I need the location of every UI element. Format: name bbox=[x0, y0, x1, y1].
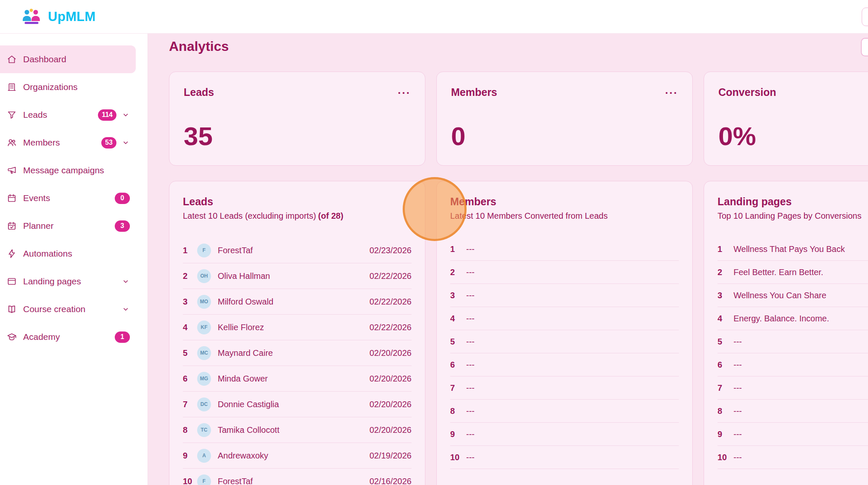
member-row[interactable]: 2 --- bbox=[450, 261, 679, 284]
lead-row[interactable]: 3 MO Milford Oswald 02/22/2026 bbox=[183, 289, 412, 315]
sidebar-item[interactable]: Course creation bbox=[0, 295, 136, 323]
card-menu-button[interactable]: ... bbox=[398, 86, 411, 92]
member-rank: 3 bbox=[450, 291, 466, 300]
chevron-down-icon bbox=[121, 138, 130, 147]
sidebar-item[interactable]: Planner 3 bbox=[0, 212, 136, 240]
stat-card-value: 0 bbox=[451, 121, 678, 151]
sidebar-item[interactable]: Organizations bbox=[0, 73, 136, 101]
lead-rank: 9 bbox=[183, 451, 195, 461]
members-rows: 1 --- 2 --- 3 --- bbox=[450, 238, 679, 469]
member-name: --- bbox=[466, 383, 475, 393]
member-row[interactable]: 1 --- bbox=[450, 238, 679, 261]
sidebar-item-label: Automations bbox=[23, 249, 130, 259]
landing-pages-subtitle: Top 10 Landing Pages by Conversions bbox=[718, 211, 868, 221]
landing-page-row[interactable]: 2 Feel Better. Earn Better. bbox=[718, 261, 868, 284]
leads-rows: 1 F ForestTaf 02/23/2026 2 OH Oliva Hall… bbox=[183, 238, 412, 485]
lead-date: 02/22/2026 bbox=[369, 323, 412, 332]
lead-name: Maynard Caire bbox=[218, 348, 273, 358]
member-row[interactable]: 4 --- bbox=[450, 307, 679, 330]
landing-page-rank: 3 bbox=[718, 291, 733, 300]
member-row[interactable]: 3 --- bbox=[450, 284, 679, 307]
brand-name: UpMLM bbox=[48, 9, 95, 24]
landing-page-row[interactable]: 6 --- bbox=[718, 353, 868, 376]
landing-page-row[interactable]: 4 Energy. Balance. Income. bbox=[718, 307, 868, 330]
sidebar-item-label: Members bbox=[23, 138, 97, 148]
landing-page-row[interactable]: 1 Wellness That Pays You Back bbox=[718, 238, 868, 261]
member-row[interactable]: 9 --- bbox=[450, 423, 679, 446]
avatar-initials: TC bbox=[201, 427, 208, 433]
avatar-initials: MO bbox=[200, 299, 208, 305]
lead-rank: 1 bbox=[183, 246, 195, 255]
member-name: --- bbox=[466, 314, 475, 323]
landing-pages-title: Landing pages bbox=[718, 196, 868, 208]
sidebar-item[interactable]: Landing pages bbox=[0, 268, 136, 295]
lead-row[interactable]: 1 F ForestTaf 02/23/2026 bbox=[183, 238, 412, 263]
landing-page-rank: 1 bbox=[718, 244, 733, 254]
lead-row[interactable]: 6 MG Minda Gower 02/20/2026 bbox=[183, 366, 412, 392]
sidebar-item-icon bbox=[7, 110, 17, 120]
member-rank: 1 bbox=[450, 244, 466, 254]
card-menu-button[interactable]: ... bbox=[665, 86, 678, 92]
lead-rank: 6 bbox=[183, 374, 195, 384]
landing-page-row[interactable]: 8 --- bbox=[718, 400, 868, 423]
lead-rank: 5 bbox=[183, 348, 195, 358]
sidebar-item[interactable]: Dashboard bbox=[0, 45, 136, 73]
lead-row[interactable]: 7 DC Donnie Castiglia 02/20/2026 bbox=[183, 392, 412, 417]
landing-page-row[interactable]: 10 --- bbox=[718, 446, 868, 469]
lead-row[interactable]: 8 TC Tamika Collocott 02/20/2026 bbox=[183, 417, 412, 443]
member-row[interactable]: 5 --- bbox=[450, 330, 679, 353]
lead-row[interactable]: 4 KF Kellie Florez 02/22/2026 bbox=[183, 315, 412, 340]
avatar-initials: F bbox=[203, 478, 206, 484]
landing-page-rank: 10 bbox=[718, 453, 733, 462]
brand[interactable]: UpMLM bbox=[20, 8, 95, 26]
landing-page-rank: 8 bbox=[718, 406, 733, 416]
landing-page-row[interactable]: 3 Wellness You Can Share bbox=[718, 284, 868, 307]
landing-page-row[interactable]: 5 --- bbox=[718, 330, 868, 353]
brand-logo-icon bbox=[20, 8, 43, 26]
sidebar-item-badge: 1 bbox=[115, 331, 130, 343]
lead-date: 02/19/2026 bbox=[369, 451, 412, 461]
avatar: MC bbox=[197, 346, 211, 360]
lead-row[interactable]: 10 F ForestTaf 02/16/2026 bbox=[183, 469, 412, 485]
member-name: --- bbox=[466, 406, 475, 416]
member-rank: 9 bbox=[450, 429, 466, 439]
lead-name: Donnie Castiglia bbox=[218, 400, 279, 409]
landing-page-name: --- bbox=[733, 406, 742, 416]
lead-row[interactable]: 5 MC Maynard Caire 02/20/2026 bbox=[183, 340, 412, 366]
member-row[interactable]: 10 --- bbox=[450, 446, 679, 469]
sidebar-item-icon bbox=[7, 221, 17, 231]
sidebar-item[interactable]: Events 0 bbox=[0, 184, 136, 212]
member-name: --- bbox=[466, 291, 475, 300]
lead-row[interactable]: 9 A Andrewaxoky 02/19/2026 bbox=[183, 443, 412, 469]
avatar-initials: OH bbox=[201, 273, 208, 279]
theme-selector[interactable]: Pink bbox=[862, 8, 868, 26]
member-row[interactable]: 6 --- bbox=[450, 353, 679, 376]
sidebar-item[interactable]: Members 53 bbox=[0, 129, 136, 156]
avatar: DC bbox=[197, 398, 211, 411]
sidebar-item[interactable]: Leads 114 bbox=[0, 101, 136, 129]
member-row[interactable]: 7 --- bbox=[450, 376, 679, 400]
main-head: Analytics Last 30 days 01/25/20 bbox=[169, 39, 868, 57]
landing-page-name: --- bbox=[733, 453, 742, 462]
sidebar-item[interactable]: Academy 1 bbox=[0, 323, 136, 351]
avatar-initials: DC bbox=[201, 401, 208, 407]
sidebar-item-label: Message campaigns bbox=[23, 165, 130, 175]
date-range-filter[interactable]: Last 30 days 01/25/20 bbox=[861, 38, 868, 56]
avatar-initials: MG bbox=[200, 376, 208, 382]
landing-page-row[interactable]: 7 --- bbox=[718, 376, 868, 400]
landing-page-row[interactable]: 9 --- bbox=[718, 423, 868, 446]
member-rank: 10 bbox=[450, 453, 466, 462]
lead-row[interactable]: 2 OH Oliva Hallman 02/22/2026 bbox=[183, 263, 412, 289]
sidebar-item[interactable]: Automations bbox=[0, 240, 136, 268]
member-name: --- bbox=[466, 337, 475, 347]
sidebar-item[interactable]: Message campaigns bbox=[0, 156, 136, 184]
avatar: F bbox=[197, 244, 211, 257]
member-name: --- bbox=[466, 453, 475, 462]
lead-name: Oliva Hallman bbox=[218, 271, 270, 281]
member-row[interactable]: 8 --- bbox=[450, 400, 679, 423]
member-name: --- bbox=[466, 244, 475, 254]
sidebar-nav: Dashboard Organizations Leads 114 bbox=[0, 45, 148, 351]
avatar-initials: MC bbox=[200, 350, 208, 356]
landing-pages-rows: 1 Wellness That Pays You Back 2 Feel Bet… bbox=[718, 238, 868, 469]
members-list-card: Members Latest 10 Members Converted from… bbox=[436, 181, 693, 485]
